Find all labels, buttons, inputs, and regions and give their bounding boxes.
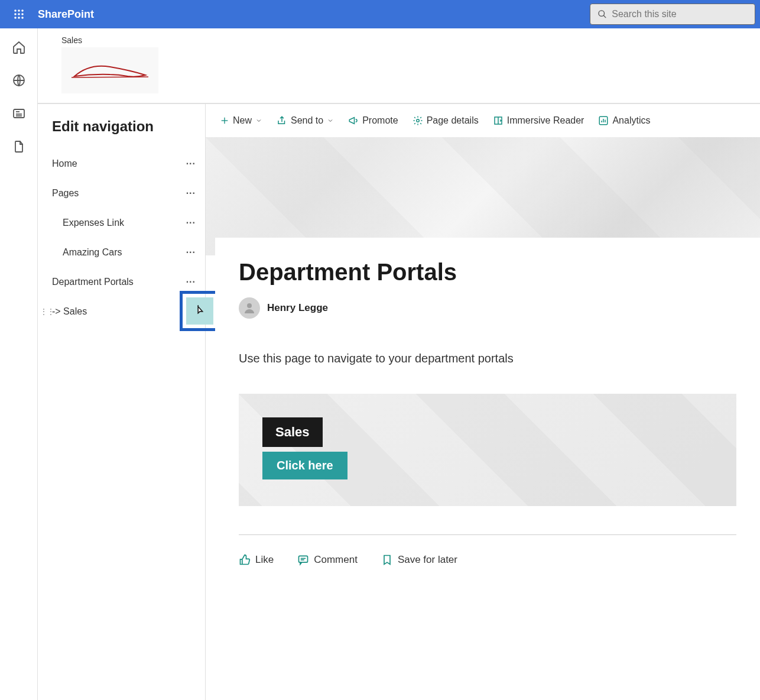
command-bar: New Send to Promote Page details: [206, 104, 760, 137]
nav-panel-title: Edit navigation: [52, 118, 205, 135]
person-icon: [242, 301, 256, 315]
tile-label: Sales: [262, 417, 323, 447]
chevron-down-icon: [327, 117, 334, 124]
brand-label[interactable]: SharePoint: [38, 8, 94, 21]
search-input[interactable]: [612, 9, 748, 20]
cmd-label: New: [233, 115, 252, 126]
highlight-callout: [180, 291, 220, 331]
author-name[interactable]: Henry Legge: [267, 302, 328, 314]
nav-item-home[interactable]: Home ···: [52, 149, 205, 179]
svg-point-2: [21, 9, 24, 12]
author-row: Henry Legge: [239, 297, 736, 319]
site-header: Sales: [38, 28, 760, 103]
megaphone-icon: [348, 115, 359, 126]
svg-point-6: [14, 17, 17, 19]
svg-point-3: [14, 13, 17, 15]
site-logo[interactable]: [61, 47, 158, 93]
cmd-label: Page details: [427, 115, 479, 126]
nav-item-sales[interactable]: ⋮⋮ -> Sales: [52, 297, 205, 326]
chart-icon: [598, 115, 609, 126]
chevron-down-icon: [255, 117, 262, 124]
nav-item-label: Department Portals: [52, 277, 134, 287]
svg-point-5: [21, 13, 24, 15]
more-icon[interactable]: ···: [181, 215, 200, 231]
file-icon[interactable]: [12, 140, 26, 154]
action-label: Save for later: [398, 554, 457, 566]
comment-icon: [297, 554, 309, 566]
more-icon[interactable]: ···: [181, 156, 200, 171]
search-icon: [597, 9, 607, 20]
svg-point-0: [14, 9, 17, 12]
nav-item-label: Pages: [52, 188, 79, 199]
drag-handle-icon[interactable]: ⋮⋮: [40, 307, 54, 316]
page-title: Department Portals: [239, 259, 736, 286]
gear-icon: [413, 115, 423, 126]
avatar[interactable]: [239, 297, 260, 319]
nav-item-amazing-cars[interactable]: Amazing Cars ···: [52, 238, 205, 267]
globe-icon[interactable]: [12, 73, 26, 88]
more-icon[interactable]: ···: [181, 186, 200, 201]
bookmark-icon: [381, 554, 393, 566]
svg-point-24: [247, 303, 252, 308]
more-icon[interactable]: ···: [181, 245, 200, 260]
cursor-icon: [193, 304, 206, 317]
car-logo-icon: [66, 59, 154, 82]
left-rail: [0, 28, 38, 700]
home-icon[interactable]: [12, 40, 26, 54]
like-icon: [239, 554, 251, 566]
promote-button[interactable]: Promote: [348, 115, 398, 126]
search-box[interactable]: [590, 4, 755, 25]
comment-button[interactable]: Comment: [297, 554, 358, 566]
main-content: New Send to Promote Page details: [206, 104, 760, 700]
new-button[interactable]: New: [220, 115, 262, 126]
share-icon: [277, 115, 287, 126]
divider: [239, 534, 736, 535]
immersive-reader-button[interactable]: Immersive Reader: [493, 115, 584, 126]
analytics-button[interactable]: Analytics: [598, 115, 650, 126]
nav-item-label: Home: [52, 158, 77, 169]
nav-item-label: -> Sales: [52, 306, 87, 317]
more-button-highlighted[interactable]: [186, 297, 213, 325]
svg-point-19: [416, 119, 419, 122]
svg-point-9: [599, 11, 604, 16]
top-bar: SharePoint: [0, 0, 760, 28]
page-body: Department Portals Henry Legge Use this …: [215, 238, 760, 587]
save-for-later-button[interactable]: Save for later: [381, 554, 457, 566]
cmd-label: Promote: [362, 115, 398, 126]
nav-item-pages[interactable]: Pages ···: [52, 179, 205, 208]
hero-tile: Sales Click here: [239, 394, 736, 506]
nav-item-label: Amazing Cars: [63, 247, 122, 258]
nav-item-expenses-link[interactable]: Expenses Link ···: [52, 208, 205, 238]
action-label: Like: [255, 554, 274, 566]
svg-point-7: [18, 17, 20, 19]
action-label: Comment: [314, 554, 358, 566]
cmd-label: Send to: [291, 115, 323, 126]
cmd-label: Analytics: [612, 115, 650, 126]
page-description: Use this page to navigate to your depart…: [239, 352, 736, 365]
svg-point-8: [21, 17, 24, 19]
svg-line-10: [603, 15, 606, 18]
svg-point-4: [18, 13, 20, 15]
reader-icon: [493, 115, 504, 126]
site-label: Sales: [61, 35, 736, 45]
news-icon[interactable]: [12, 106, 26, 121]
app-launcher-button[interactable]: [5, 0, 33, 28]
more-icon[interactable]: ···: [181, 274, 200, 290]
waffle-icon: [14, 9, 24, 20]
like-button[interactable]: Like: [239, 554, 274, 566]
send-to-button[interactable]: Send to: [277, 115, 334, 126]
svg-point-1: [18, 9, 20, 12]
nav-item-label: Expenses Link: [63, 218, 124, 228]
tile-link-button[interactable]: Click here: [262, 452, 347, 479]
page-actions: Like Comment Save for later: [239, 542, 736, 566]
cmd-label: Immersive Reader: [507, 115, 584, 126]
page-details-button[interactable]: Page details: [413, 115, 479, 126]
plus-icon: [220, 116, 229, 125]
edit-navigation-panel: Edit navigation Home ··· Pages ··· Expen…: [38, 104, 206, 700]
svg-rect-25: [299, 556, 308, 562]
